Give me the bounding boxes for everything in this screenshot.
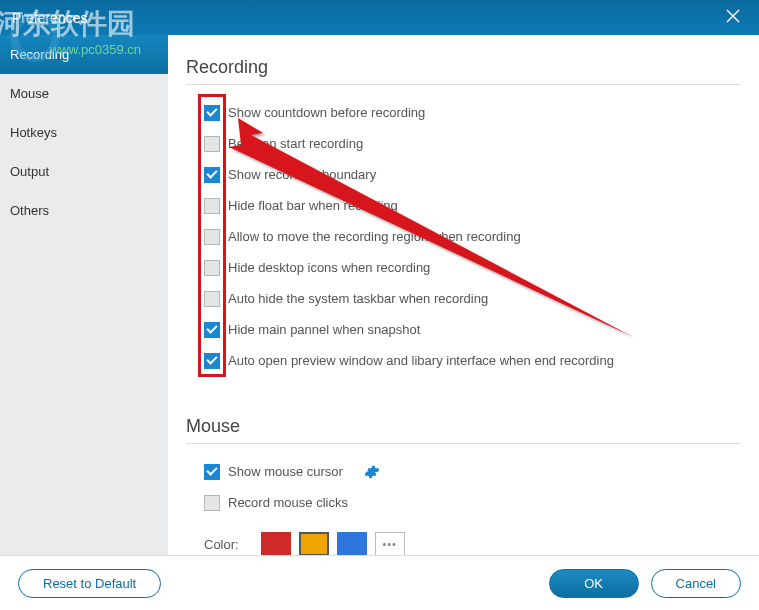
checkbox-auto-hide-taskbar[interactable]	[204, 291, 220, 307]
window-header: Preferences	[0, 0, 759, 35]
checkbox-label: Beep on start recording	[228, 136, 363, 151]
checkbox-hide-main-panel[interactable]	[204, 322, 220, 338]
checkbox-label: Hide main pannel when snapshot	[228, 322, 420, 337]
option-row: Allow to move the recording region when …	[204, 221, 741, 252]
color-label: Color:	[204, 537, 239, 552]
checkbox-label: Auto open preview window and libary inte…	[228, 353, 614, 368]
mouse-options-list: Show mouse cursor Record mouse clicks	[204, 456, 741, 518]
reset-to-default-button[interactable]: Reset to Default	[18, 569, 161, 598]
checkbox-hide-desktop-icons[interactable]	[204, 260, 220, 276]
sidebar-item-hotkeys[interactable]: Hotkeys	[0, 113, 168, 152]
checkbox-label: Show recording boundary	[228, 167, 376, 182]
option-row: Beep on start recording	[204, 128, 741, 159]
checkbox-label: Record mouse clicks	[228, 495, 348, 510]
checkbox-label: Auto hide the system taskbar when record…	[228, 291, 488, 306]
color-swatch-orange[interactable]	[299, 532, 329, 555]
sidebar-item-mouse[interactable]: Mouse	[0, 74, 168, 113]
cancel-button[interactable]: Cancel	[651, 569, 741, 598]
window-title: Preferences	[12, 10, 87, 26]
cursor-settings-button[interactable]	[363, 463, 381, 481]
checkbox-record-clicks[interactable]	[204, 495, 220, 511]
checkbox-label: Hide desktop icons when recording	[228, 260, 430, 275]
content-panel: Recording Show countdown before recordin…	[168, 35, 759, 555]
footer-bar: Reset to Default OK Cancel	[0, 555, 759, 610]
close-icon	[725, 8, 741, 24]
option-row: Auto hide the system taskbar when record…	[204, 283, 741, 314]
sidebar-item-recording[interactable]: Recording	[0, 35, 168, 74]
sidebar: Recording Mouse Hotkeys Output Others	[0, 35, 168, 555]
option-row: Hide main pannel when snapshot	[204, 314, 741, 345]
color-picker-row: Color: •••	[204, 532, 741, 555]
checkbox-show-cursor[interactable]	[204, 464, 220, 480]
color-swatch-red[interactable]	[261, 532, 291, 555]
checkbox-auto-open-preview[interactable]	[204, 353, 220, 369]
option-row: Show recording boundary	[204, 159, 741, 190]
option-row: Hide desktop icons when recording	[204, 252, 741, 283]
divider	[186, 443, 741, 444]
checkbox-label: Hide float bar when recording	[228, 198, 398, 213]
option-row: Hide float bar when recording	[204, 190, 741, 221]
option-row: Show countdown before recording	[204, 97, 741, 128]
mouse-section: Mouse Show mouse cursor Record mouse cli…	[186, 416, 741, 555]
section-title-recording: Recording	[186, 57, 741, 78]
option-row: Record mouse clicks	[204, 487, 741, 518]
option-row: Show mouse cursor	[204, 456, 741, 487]
color-swatch-blue[interactable]	[337, 532, 367, 555]
close-button[interactable]	[719, 6, 747, 29]
checkbox-beep-start[interactable]	[204, 136, 220, 152]
sidebar-item-output[interactable]: Output	[0, 152, 168, 191]
checkbox-label: Show countdown before recording	[228, 105, 425, 120]
recording-options-list: Show countdown before recording Beep on …	[204, 97, 741, 376]
ok-button[interactable]: OK	[549, 569, 639, 598]
checkbox-label: Show mouse cursor	[228, 464, 343, 479]
sidebar-item-others[interactable]: Others	[0, 191, 168, 230]
checkbox-hide-float-bar[interactable]	[204, 198, 220, 214]
checkbox-show-boundary[interactable]	[204, 167, 220, 183]
option-row: Auto open preview window and libary inte…	[204, 345, 741, 376]
divider	[186, 84, 741, 85]
gear-icon	[364, 464, 380, 480]
more-colors-button[interactable]: •••	[375, 532, 405, 555]
section-title-mouse: Mouse	[186, 416, 741, 437]
checkbox-label: Allow to move the recording region when …	[228, 229, 521, 244]
checkbox-allow-move-region[interactable]	[204, 229, 220, 245]
checkbox-show-countdown[interactable]	[204, 105, 220, 121]
